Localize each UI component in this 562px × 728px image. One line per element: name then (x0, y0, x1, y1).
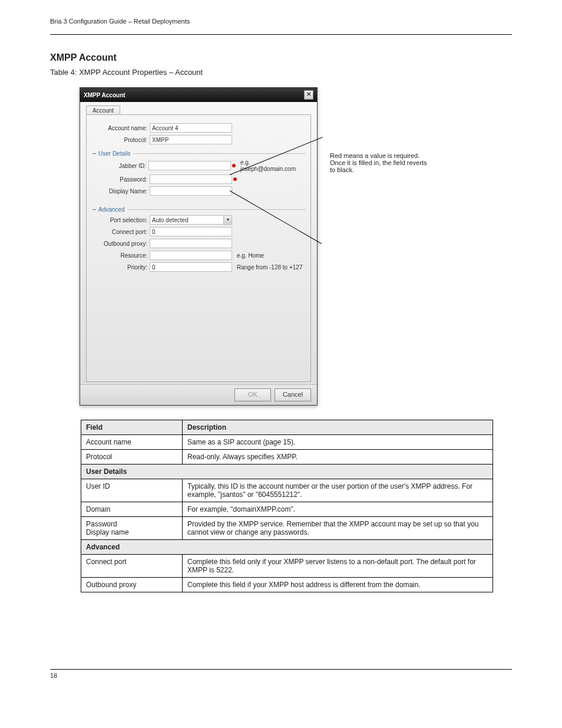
section-heading: XMPP Account (50, 52, 512, 63)
table-cell: Typically, this ID is the account number… (183, 479, 493, 502)
table-cell: Account name (81, 435, 183, 450)
display-name-label: Display Name: (91, 188, 150, 195)
page-number: 18 (50, 672, 57, 679)
xmpp-account-dialog: XMPP Account ✕ Account Account name: Acc… (80, 87, 318, 406)
outbound-proxy-label: Outbound proxy: (91, 241, 150, 247)
resource-hint: e.g. Home (237, 252, 264, 259)
header-product: Bria 3 Configuration Guide – Retail Depl… (50, 18, 190, 25)
table-cell: Provided by the XMPP service. Remember t… (183, 517, 493, 540)
table-cell: Complete this field if your XMPP host ad… (183, 578, 493, 592)
priority-hint: Range from -128 to +127 (237, 264, 302, 271)
connect-port-label: Connect port: (91, 229, 150, 235)
dialog-title: XMPP Account (84, 92, 125, 98)
jabber-id-label: Jabber ID: (91, 163, 148, 169)
password-label: Password: (91, 176, 150, 183)
required-dot (233, 177, 237, 181)
resource-label: Resource: (91, 252, 150, 259)
table-cell: Outbound proxy (81, 578, 183, 592)
port-selection-label: Port selection: (91, 217, 150, 223)
table-cell: Password Display name (81, 517, 183, 540)
resource-input[interactable] (150, 251, 232, 260)
protocol-input: XMPP (150, 135, 232, 144)
table-cell: Protocol (81, 450, 183, 465)
table-cell: Read-only. Always specifies XMPP. (183, 450, 493, 465)
callout-text: Red means a value is required. Once it i… (330, 152, 430, 173)
outbound-proxy-input[interactable] (150, 239, 232, 248)
table-cell: Complete this field only if your XMPP se… (183, 555, 493, 578)
tab-account[interactable]: Account (86, 106, 120, 115)
jabber-id-input[interactable] (148, 161, 231, 170)
user-details-legend: User Details (98, 150, 130, 157)
display-name-input[interactable] (150, 186, 232, 196)
priority-label: Priority: (91, 264, 150, 271)
cancel-button[interactable]: Cancel (275, 388, 311, 401)
table-cell: Same as a SIP account (page 15). (183, 435, 493, 450)
protocol-label: Protocol: (91, 137, 150, 143)
ok-button[interactable]: OK (234, 388, 271, 401)
password-input[interactable] (150, 174, 232, 184)
port-selection-select[interactable]: Auto detected▾ (150, 215, 232, 225)
table-cell: Domain (81, 502, 183, 517)
properties-table: Field Description Account name Same as a… (81, 420, 493, 592)
table-cell: User ID (81, 479, 183, 502)
connect-port-input[interactable]: 0 (150, 227, 232, 236)
priority-input[interactable]: 0 (150, 262, 232, 272)
footer-rule (50, 669, 512, 670)
required-dot (232, 164, 236, 167)
table-section-advanced: Advanced (81, 540, 493, 555)
table-header-description: Description (183, 420, 493, 435)
account-name-input[interactable]: Account 4 (150, 123, 232, 133)
table-cell: Connect port (81, 555, 183, 578)
table-caption-intro: Table 4: XMPP Account Properties – Accou… (50, 68, 512, 77)
advanced-legend: Advanced (98, 206, 124, 213)
header-rule (50, 34, 512, 35)
table-cell: For example, "domainXMPP.com". (183, 502, 493, 517)
table-section-user-details: User Details (81, 465, 493, 479)
chevron-down-icon[interactable]: ▾ (223, 216, 232, 225)
account-name-label: Account name: (91, 125, 150, 131)
close-icon[interactable]: ✕ (304, 90, 313, 100)
table-header-field: Field (81, 420, 183, 435)
